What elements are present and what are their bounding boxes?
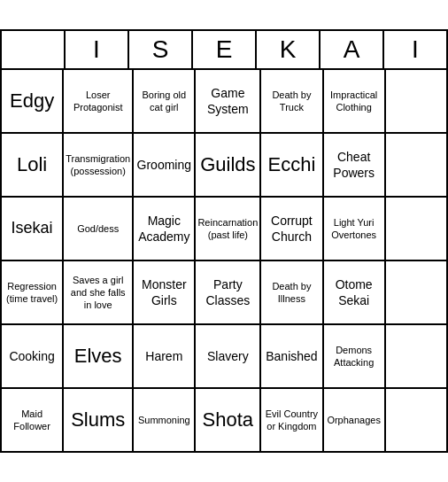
cell-r4c1: Regression (time travel) bbox=[2, 261, 64, 325]
cell-r5c6: Demons Attacking bbox=[324, 325, 386, 389]
cell-text: Demons Attacking bbox=[326, 344, 382, 369]
cell-r1c6: Impractical Clothing bbox=[324, 70, 386, 134]
cell-r1c4: Game System bbox=[196, 70, 261, 134]
cell-r3c6: Light Yuri Overtones bbox=[324, 198, 386, 261]
title-i1: I bbox=[66, 31, 129, 70]
cell-text: Elves bbox=[74, 345, 122, 368]
cell-r5c7 bbox=[386, 325, 448, 389]
cell-text: Isekai bbox=[12, 219, 53, 238]
cell-r4c5: Death by Illness bbox=[261, 261, 323, 325]
cell-text: Cooking bbox=[9, 348, 54, 364]
cell-text: Harem bbox=[145, 348, 182, 364]
cell-r3c5: Corrupt Church bbox=[261, 198, 323, 261]
cell-text: Shota bbox=[203, 408, 254, 431]
cell-r2c2: Transmigration (possession) bbox=[64, 134, 134, 198]
cell-text: Regression (time travel) bbox=[4, 280, 60, 306]
cell-r2c3: Grooming bbox=[134, 134, 196, 198]
cell-r3c7 bbox=[386, 198, 448, 261]
cell-r2c1: Loli bbox=[2, 134, 64, 198]
cell-r1c7 bbox=[386, 70, 448, 134]
cell-text: Evil Country or Kingdom bbox=[263, 408, 320, 433]
title-e: E bbox=[193, 31, 257, 70]
cell-r4c6: Otome Sekai bbox=[324, 261, 386, 325]
cell-r3c1: Isekai bbox=[2, 198, 64, 261]
cell-r1c1: Edgy bbox=[2, 70, 64, 134]
cell-text: Transmigration (possession) bbox=[66, 152, 130, 178]
cell-text: Loser Protagonist bbox=[66, 89, 130, 114]
cell-text: Edgy bbox=[10, 89, 54, 113]
title-blank bbox=[2, 31, 66, 70]
cell-r4c4: Party Classes bbox=[196, 261, 261, 325]
title-k: K bbox=[257, 31, 321, 70]
title-a: A bbox=[321, 31, 384, 70]
cell-r3c3: Magic Academy bbox=[134, 198, 196, 261]
cell-r5c3: Harem bbox=[134, 325, 196, 389]
cell-text: Boring old cat girl bbox=[135, 89, 192, 114]
cell-text: Loli bbox=[17, 153, 47, 176]
cell-r5c4: Slavery bbox=[196, 325, 261, 389]
cell-text: Slums bbox=[71, 408, 125, 431]
title-s: S bbox=[129, 31, 193, 70]
cell-text: Guilds bbox=[200, 153, 255, 176]
cell-r6c4: Shota bbox=[196, 389, 261, 453]
cell-text: Otome Sekai bbox=[326, 276, 382, 308]
title-row: I S E K A I bbox=[0, 29, 448, 70]
cell-text: Monster Girls bbox=[135, 276, 192, 308]
cell-r6c5: Evil Country or Kingdom bbox=[261, 389, 323, 453]
cell-text: Summoning bbox=[138, 414, 190, 426]
cell-text: Ecchi bbox=[268, 153, 316, 176]
cell-r2c5: Ecchi bbox=[261, 134, 323, 198]
cell-r5c5: Banished bbox=[261, 325, 323, 389]
cell-r2c6: Cheat Powers bbox=[324, 134, 386, 198]
cell-r4c7 bbox=[386, 261, 448, 325]
cell-text: Light Yuri Overtones bbox=[326, 216, 382, 242]
cell-r2c7 bbox=[386, 134, 448, 198]
cell-r2c4: Guilds bbox=[196, 134, 261, 198]
cell-r5c1: Cooking bbox=[2, 325, 64, 389]
cell-text: Game System bbox=[197, 85, 258, 117]
cell-r1c5: Death by Truck bbox=[261, 70, 323, 134]
bingo-grid: Edgy Loser Protagonist Boring old cat gi… bbox=[0, 70, 448, 453]
cell-text: Slavery bbox=[207, 348, 249, 364]
cell-text: Saves a girl and she falls in love bbox=[66, 274, 130, 312]
cell-text: Impractical Clothing bbox=[326, 89, 382, 114]
cell-text: Grooming bbox=[137, 157, 191, 173]
cell-r3c4: Reincarnation (past life) bbox=[196, 198, 261, 261]
cell-r1c2: Loser Protagonist bbox=[64, 70, 134, 134]
cell-text: Cheat Powers bbox=[326, 149, 382, 181]
cell-text: Orphanages bbox=[327, 414, 381, 426]
cell-text: Death by Illness bbox=[263, 280, 320, 306]
cell-text: Death by Truck bbox=[263, 89, 320, 114]
cell-r3c2: God/dess bbox=[64, 198, 134, 261]
cell-r6c7 bbox=[386, 389, 448, 453]
cell-r6c3: Summoning bbox=[134, 389, 196, 453]
cell-text: Party Classes bbox=[197, 276, 258, 308]
cell-r6c6: Orphanages bbox=[324, 389, 386, 453]
cell-r6c1: Maid Follower bbox=[2, 389, 64, 453]
cell-text: Banished bbox=[266, 348, 317, 364]
cell-text: Corrupt Church bbox=[263, 213, 320, 245]
cell-r4c2: Saves a girl and she falls in love bbox=[64, 261, 134, 325]
cell-r5c2: Elves bbox=[64, 325, 134, 389]
cell-r4c3: Monster Girls bbox=[134, 261, 196, 325]
title-i2: I bbox=[384, 31, 448, 70]
cell-text: Magic Academy bbox=[135, 213, 192, 245]
cell-text: Reincarnation (past life) bbox=[197, 216, 258, 242]
cell-r1c3: Boring old cat girl bbox=[134, 70, 196, 134]
cell-text: Maid Follower bbox=[4, 408, 60, 433]
cell-text: God/dess bbox=[77, 222, 119, 235]
bingo-board: I S E K A I Edgy Loser Protagonist Borin… bbox=[0, 29, 448, 453]
cell-r6c2: Slums bbox=[64, 389, 134, 453]
